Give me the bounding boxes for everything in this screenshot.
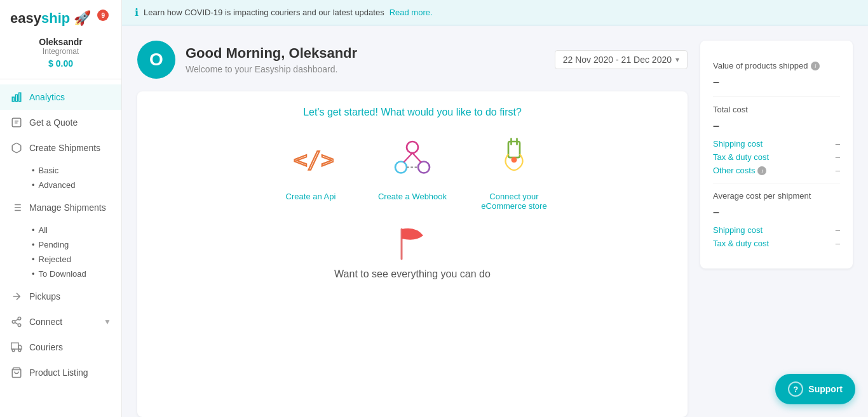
svg-rect-17 — [11, 343, 18, 349]
sidebar-item-label-analytics: Analytics — [29, 92, 65, 102]
sidebar-item-manage-shipments[interactable]: Manage Shipments — [0, 195, 121, 220]
panel-total-cost: Total cost – Shipping cost – Tax & duty … — [713, 97, 840, 183]
svg-point-22 — [407, 142, 418, 153]
greeting-text: Good Morning, Oleksandr Welcome to your … — [186, 45, 357, 74]
sidebar-item-product-listing[interactable]: Product Listing — [0, 360, 121, 385]
sidebar-subitem-to-download[interactable]: To Download — [27, 267, 121, 281]
covid-banner: ℹ Learn how COVID-19 is impacting courie… — [122, 0, 868, 25]
svg-point-31 — [512, 157, 517, 162]
svg-point-18 — [12, 349, 15, 352]
pickup-icon — [10, 290, 23, 303]
panel-value-shipped-amount: – — [713, 76, 840, 89]
sidebar-item-label-quote: Get a Quote — [29, 117, 78, 128]
get-started-title: Let's get started! What would you like t… — [303, 107, 522, 118]
avg-shipping-cost-label: Shipping cost — [713, 225, 763, 235]
sidebar-item-create-shipments[interactable]: Create Shipments — [0, 135, 121, 161]
panel-avg-cost: Average cost per shipment – Shipping cos… — [713, 183, 840, 256]
webhook-icon-wrap — [387, 133, 438, 184]
sidebar: easyship 🚀 9 Oleksandr Integromat $ 0.00… — [0, 0, 122, 417]
info-icon: ℹ — [135, 6, 139, 18]
svg-line-16 — [15, 319, 18, 321]
sidebar-item-pickups[interactable]: Pickups — [0, 284, 121, 309]
svg-point-13 — [12, 321, 15, 324]
sidebar-subitem-rejected[interactable]: Rejected — [27, 252, 121, 267]
avatar: O — [137, 41, 175, 79]
sidebar-item-label-create: Create Shipments — [29, 143, 100, 153]
greeting-subtitle: Welcome to your Easyship dashboard. — [186, 64, 357, 74]
panel-value-shipped: Value of products shipped i – — [713, 53, 840, 97]
other-costs-label: Other costs i — [713, 166, 766, 175]
logo-text: easyship 🚀 — [10, 10, 91, 27]
chevron-down-icon: ▾ — [675, 55, 679, 64]
main-content: ℹ Learn how COVID-19 is impacting courie… — [122, 0, 868, 417]
svg-text:</>: </> — [294, 147, 334, 173]
action-label-api: Create an Api — [286, 192, 336, 201]
svg-line-26 — [412, 153, 421, 162]
company-name: Integromat — [10, 47, 111, 56]
action-label-webhook: Create a Webhook — [378, 192, 447, 201]
ecommerce-icon-wrap — [489, 133, 539, 184]
svg-line-25 — [404, 153, 413, 162]
tax-duty-value: – — [836, 152, 840, 162]
panel-total-cost-amount: – — [713, 119, 840, 133]
panel-other-costs: Other costs i – — [713, 166, 840, 175]
sidebar-subitem-all[interactable]: All — [27, 223, 121, 237]
couriers-icon — [10, 341, 23, 354]
svg-point-14 — [18, 324, 21, 327]
sidebar-item-label-product: Product Listing — [29, 367, 88, 378]
svg-rect-28 — [508, 142, 520, 157]
banner-read-more-link[interactable]: Read more. — [390, 8, 433, 17]
svg-point-19 — [18, 349, 21, 352]
create-icon — [10, 142, 23, 154]
sidebar-subitem-pending[interactable]: Pending — [27, 237, 121, 252]
other-costs-value: – — [836, 166, 840, 175]
panel-shipping-cost: Shipping cost – — [713, 139, 840, 149]
panel-total-cost-subitems: Shipping cost – Tax & duty cost – Other … — [713, 139, 840, 175]
greeting-section: O Good Morning, Oleksandr Welcome to you… — [137, 41, 688, 417]
panel-label-value-shipped: Value of products shipped i — [713, 61, 840, 70]
svg-point-23 — [395, 162, 407, 173]
sidebar-item-label-pickups: Pickups — [29, 291, 60, 301]
tax-duty-label: Tax & duty cost — [713, 152, 769, 162]
panel-avg-cost-subitems: Shipping cost – Tax & duty cost – — [713, 225, 840, 248]
action-connect-ecommerce[interactable]: Connect your eCommerce store — [476, 133, 552, 211]
shipping-cost-value: – — [836, 139, 840, 149]
content-area: O Good Morning, Oleksandr Welcome to you… — [122, 25, 868, 417]
sidebar-item-label-manage: Manage Shipments — [29, 202, 106, 213]
action-label-ecommerce: Connect your eCommerce store — [476, 192, 552, 211]
sidebar-subitem-basic[interactable]: Basic — [27, 163, 121, 178]
main-card: Let's get started! What would you like t… — [137, 91, 688, 417]
avg-tax-duty-label: Tax & duty cost — [713, 239, 769, 248]
action-create-webhook[interactable]: Create a Webhook — [374, 133, 451, 211]
manage-shipments-subnav: All Pending Rejected To Download — [0, 220, 121, 284]
banner-text: Learn how COVID-19 is impacting couriers… — [144, 8, 384, 17]
sidebar-item-couriers[interactable]: Couriers — [0, 334, 121, 360]
greeting-title: Good Morning, Oleksandr — [186, 45, 357, 62]
support-icon: ? — [788, 381, 803, 397]
shipping-cost-label: Shipping cost — [713, 139, 763, 149]
panel-avg-tax-duty-cost: Tax & duty cost – — [713, 239, 840, 248]
sidebar-item-connect[interactable]: Connect ▼ — [0, 309, 121, 334]
svg-point-12 — [18, 317, 21, 321]
navigation: Analytics Get a Quote Create Shipments B… — [0, 79, 121, 417]
connect-icon — [10, 315, 23, 328]
quote-icon — [10, 116, 23, 129]
user-profile: Oleksandr Integromat $ 0.00 — [0, 32, 121, 79]
support-button[interactable]: ? Support — [775, 374, 855, 404]
sidebar-item-label-connect: Connect — [29, 317, 62, 327]
flag-section: Want to see everything you can do — [334, 226, 491, 280]
manage-icon — [10, 201, 23, 214]
sidebar-subitem-advanced[interactable]: Advanced — [27, 178, 121, 192]
sidebar-item-get-a-quote[interactable]: Get a Quote — [0, 110, 121, 135]
sidebar-item-analytics[interactable]: Analytics — [0, 84, 121, 110]
action-create-api[interactable]: </> Create an Api — [273, 133, 349, 211]
api-icon-wrap: </> — [285, 133, 336, 184]
chart-icon — [10, 91, 23, 103]
support-label: Support — [808, 384, 843, 394]
sidebar-item-label-couriers: Couriers — [29, 342, 63, 352]
notification-badge[interactable]: 9 — [97, 10, 109, 21]
date-range-selector[interactable]: 22 Nov 2020 - 21 Dec 2020 ▾ — [555, 50, 688, 69]
avg-shipping-cost-value: – — [836, 225, 840, 235]
create-shipments-subnav: Basic Advanced — [0, 161, 121, 195]
action-cards: </> Create an Api — [273, 133, 552, 211]
